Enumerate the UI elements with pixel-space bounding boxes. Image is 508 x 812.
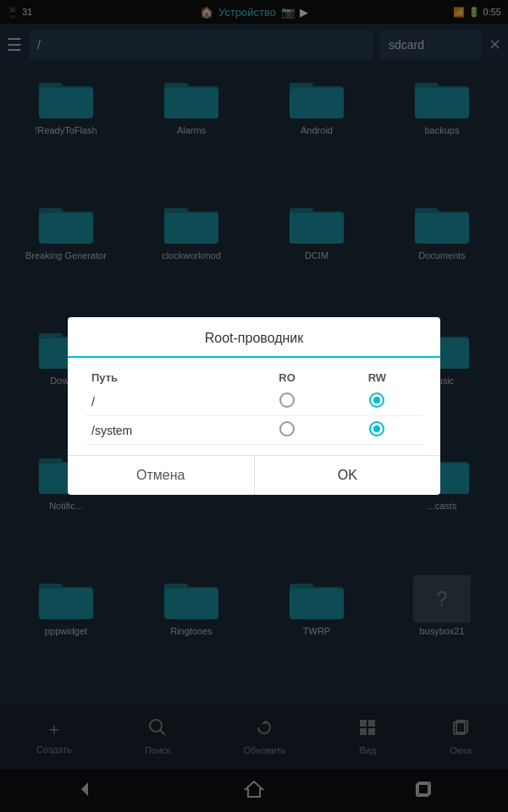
ok-button[interactable]: OK: [255, 456, 441, 495]
table-row: /system: [85, 416, 423, 445]
radio-button-checked[interactable]: [369, 392, 384, 408]
table-row: /: [85, 387, 423, 416]
rw-radio-system[interactable]: [331, 416, 423, 445]
path-root: /: [85, 387, 243, 416]
path-table: Путь RO RW / /system: [85, 368, 423, 445]
root-explorer-dialog: Root-проводник Путь RO RW /: [68, 317, 440, 495]
radio-button-checked[interactable]: [369, 421, 384, 436]
rw-radio-root[interactable]: [331, 387, 423, 416]
radio-button[interactable]: [279, 421, 295, 436]
path-system: /system: [85, 416, 243, 445]
ro-radio-root[interactable]: [243, 387, 331, 416]
ro-header: RO: [243, 368, 331, 387]
dialog-title: Root-проводник: [68, 317, 440, 358]
dialog-actions: Отмена OK: [68, 455, 440, 495]
rw-header: RW: [331, 368, 423, 387]
radio-button[interactable]: [279, 392, 295, 408]
cancel-button[interactable]: Отмена: [68, 456, 255, 495]
path-header: Путь: [85, 368, 243, 387]
dialog-body: Путь RO RW / /system: [68, 358, 440, 455]
ro-radio-system[interactable]: [243, 416, 331, 445]
